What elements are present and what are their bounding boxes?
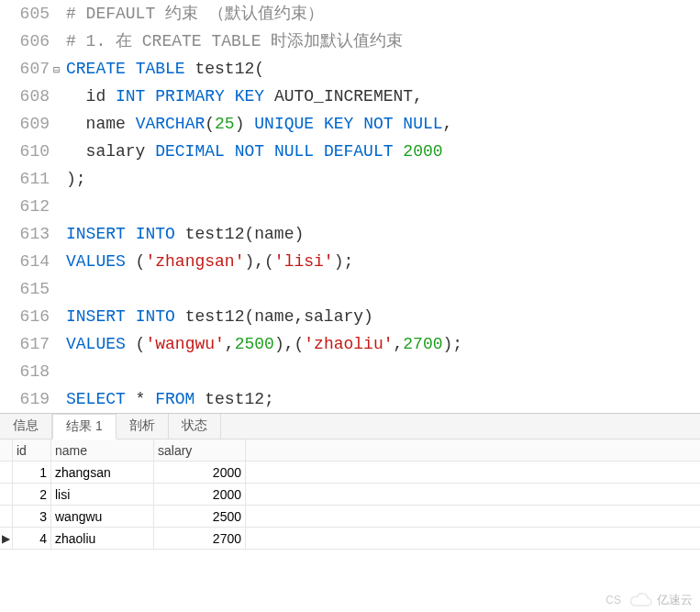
cell-salary[interactable]: 2700 <box>154 528 246 549</box>
cell-name[interactable]: lisi <box>51 484 154 505</box>
table-row[interactable]: 3wangwu2500 <box>0 506 700 528</box>
code-line[interactable]: 618 <box>0 358 700 385</box>
code-line[interactable]: 605# DEFAULT 约束 （默认值约束） <box>0 0 700 28</box>
tab-0[interactable]: 信息 <box>0 414 52 439</box>
cell-id[interactable]: 4 <box>13 528 51 549</box>
code-content[interactable]: name VARCHAR(25) UNIQUE KEY NOT NULL, <box>66 110 452 138</box>
cell-id[interactable]: 3 <box>13 506 51 527</box>
cell-id[interactable]: 1 <box>13 462 51 483</box>
result-tabs: 信息结果 1剖析状态 <box>0 414 700 440</box>
row-pointer-icon <box>0 506 13 527</box>
line-number: 614 <box>0 248 53 275</box>
code-line[interactable]: 607⊟CREATE TABLE test12( <box>0 55 700 83</box>
row-pointer-icon <box>0 462 13 483</box>
table-row[interactable]: 2lisi2000 <box>0 484 700 506</box>
code-line[interactable]: 619SELECT * FROM test12; <box>0 385 700 413</box>
code-content[interactable]: INSERT INTO test12(name,salary) <box>66 303 373 330</box>
tab-3[interactable]: 状态 <box>169 414 221 439</box>
grid-header-row: id name salary <box>0 440 700 462</box>
cell-name[interactable]: zhangsan <box>51 462 154 483</box>
code-line[interactable]: 614VALUES ('zhangsan'),('lisi'); <box>0 248 700 275</box>
code-content[interactable]: CREATE TABLE test12( <box>66 55 264 83</box>
code-content[interactable]: # DEFAULT 约束 （默认值约束） <box>66 0 324 28</box>
line-number: 605 <box>0 0 53 28</box>
line-number: 617 <box>0 330 53 358</box>
code-line[interactable]: 606# 1. 在 CREATE TABLE 时添加默认值约束 <box>0 28 700 55</box>
fold-toggle-icon[interactable]: ⊟ <box>53 57 66 84</box>
cell-name[interactable]: wangwu <box>51 506 154 527</box>
cs-watermark: CS <box>606 594 621 606</box>
code-line[interactable]: 611); <box>0 165 700 193</box>
code-content[interactable]: salary DECIMAL NOT NULL DEFAULT 2000 <box>66 138 443 165</box>
line-number: 608 <box>0 83 53 110</box>
line-number: 609 <box>0 110 53 138</box>
line-number: 616 <box>0 303 53 330</box>
row-pointer-icon <box>0 484 13 505</box>
code-line[interactable]: 608 id INT PRIMARY KEY AUTO_INCREMENT, <box>0 83 700 110</box>
col-header-id[interactable]: id <box>13 440 51 461</box>
line-number: 619 <box>0 385 53 413</box>
cell-salary[interactable]: 2500 <box>154 506 246 527</box>
code-line[interactable]: 613INSERT INTO test12(name) <box>0 220 700 248</box>
result-grid[interactable]: id name salary 1zhangsan20002lisi20003wa… <box>0 440 700 550</box>
watermark-text: 亿速云 <box>657 592 693 608</box>
line-number: 612 <box>0 193 53 220</box>
code-line[interactable]: 609 name VARCHAR(25) UNIQUE KEY NOT NULL… <box>0 110 700 138</box>
code-content[interactable]: VALUES ('wangwu',2500),('zhaoliu',2700); <box>66 330 462 358</box>
line-number: 615 <box>0 275 53 303</box>
code-line[interactable]: 612 <box>0 193 700 220</box>
line-number: 618 <box>0 358 53 385</box>
tab-2[interactable]: 剖析 <box>117 414 169 439</box>
cell-name[interactable]: zhaoliu <box>51 528 154 549</box>
col-header-name[interactable]: name <box>51 440 154 461</box>
row-pointer-icon: ▶ <box>0 528 13 549</box>
table-row[interactable]: 1zhangsan2000 <box>0 462 700 484</box>
watermark: 亿速云 <box>629 592 693 608</box>
line-number: 611 <box>0 165 53 193</box>
line-number: 606 <box>0 28 53 55</box>
code-content[interactable]: SELECT * FROM test12; <box>66 385 274 413</box>
line-number: 610 <box>0 138 53 165</box>
line-number: 613 <box>0 220 53 248</box>
code-line[interactable]: 615 <box>0 275 700 303</box>
code-content[interactable]: # 1. 在 CREATE TABLE 时添加默认值约束 <box>66 28 403 55</box>
code-content[interactable]: ); <box>66 165 86 193</box>
tab-1[interactable]: 结果 1 <box>52 414 117 440</box>
code-line[interactable]: 610 salary DECIMAL NOT NULL DEFAULT 2000 <box>0 138 700 165</box>
cell-salary[interactable]: 2000 <box>154 484 246 505</box>
line-number: 607 <box>0 55 53 83</box>
code-editor[interactable]: 605# DEFAULT 约束 （默认值约束）606# 1. 在 CREATE … <box>0 0 700 414</box>
row-pointer-header <box>0 440 13 461</box>
code-content[interactable]: id INT PRIMARY KEY AUTO_INCREMENT, <box>66 83 423 110</box>
col-header-salary[interactable]: salary <box>154 440 246 461</box>
table-row[interactable]: ▶4zhaoliu2700 <box>0 528 700 550</box>
code-content[interactable]: VALUES ('zhangsan'),('lisi'); <box>66 248 353 275</box>
code-line[interactable]: 616INSERT INTO test12(name,salary) <box>0 303 700 330</box>
code-content[interactable]: INSERT INTO test12(name) <box>66 220 304 248</box>
cloud-icon <box>629 593 653 607</box>
cell-id[interactable]: 2 <box>13 484 51 505</box>
code-line[interactable]: 617VALUES ('wangwu',2500),('zhaoliu',270… <box>0 330 700 358</box>
cell-salary[interactable]: 2000 <box>154 462 246 483</box>
